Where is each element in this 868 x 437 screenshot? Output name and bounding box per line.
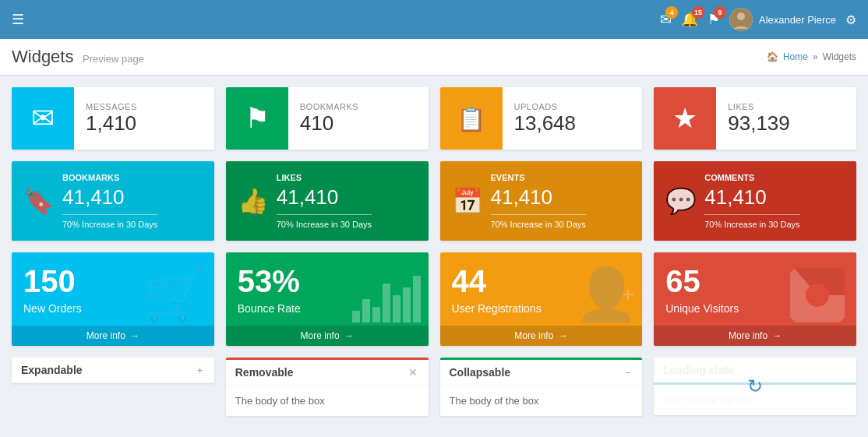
messages-nav-item[interactable]: ✉ 4	[660, 11, 672, 28]
pie-chart-bg	[790, 268, 845, 322]
navbar: ☰ ✉ 4 🔔 15 ⚑ 9 Alexander Pierce ⚙	[0, 0, 868, 39]
orders-more-info: More info	[86, 330, 125, 341]
collapsable-toggle-btn[interactable]: −	[623, 366, 633, 379]
small-box-comments: 💬 COMMENTS 41,410 70% Increase in 30 Day…	[654, 161, 856, 241]
bar-3	[372, 307, 380, 322]
bar-6	[403, 287, 411, 322]
events-prog-label: EVENTS	[491, 173, 586, 182]
messages-value: 1,410	[86, 111, 137, 136]
card-removable-header: Removable ✕	[226, 360, 429, 386]
likes-value: 93,139	[728, 111, 790, 136]
cart-icon-bg: 🛒	[143, 265, 206, 324]
removable-close-btn[interactable]: ✕	[407, 366, 419, 379]
card-expandable: Expandable +	[12, 358, 214, 383]
uploads-content: UPLOADS 13,648	[503, 87, 588, 150]
collapsable-tools: −	[623, 366, 633, 379]
user-menu[interactable]: Alexander Pierce	[729, 8, 836, 31]
small-box-events-text: EVENTS 41,410 70% Increase in 30 Days	[491, 173, 586, 229]
small-box-comments-text: COMMENTS 41,410 70% Increase in 30 Days	[704, 173, 799, 229]
flags-nav-item[interactable]: ⚑ 9	[707, 11, 720, 28]
small-box-likes: 👍 LIKES 41,410 70% Increase in 30 Days	[226, 161, 429, 241]
big-boxes-row: 150 New Orders 🛒 More info → 53% Bounce …	[12, 252, 856, 346]
avatar	[729, 8, 753, 31]
flags-badge: 9	[714, 6, 726, 19]
bookmarks-prog-sub: 70% Increase in 30 Days	[62, 220, 157, 229]
col-bookmarks-prog: 🔖 BOOKMARKS 41,410 70% Increase in 30 Da…	[12, 161, 214, 241]
likes-prog-label: LIKES	[277, 173, 372, 182]
user-name: Alexander Pierce	[759, 14, 836, 26]
info-box-uploads: 📋 UPLOADS 13,648	[440, 87, 643, 150]
expandable-title: Expandable	[21, 364, 83, 376]
removable-title: Removable	[235, 366, 294, 379]
small-box-events: 📅 EVENTS 41,410 70% Increase in 30 Days	[440, 161, 643, 241]
bookmarks-prog-value: 41,410	[62, 185, 157, 210]
small-box-bookmarks-inner: 🔖 BOOKMARKS 41,410 70% Increase in 30 Da…	[23, 173, 203, 229]
title-area: Widgets Preview page	[12, 47, 144, 67]
big-box-registrations: 44 User Registrations 👤 + More info →	[440, 252, 643, 346]
col-comments-prog: 💬 COMMENTS 41,410 70% Increase in 30 Day…	[654, 161, 856, 241]
thumbsup-icon-prog: 👍	[238, 186, 269, 216]
expandable-toggle-btn[interactable]: +	[196, 364, 205, 376]
col-registrations: 44 User Registrations 👤 + More info →	[440, 252, 643, 346]
arrow-icon: →	[130, 330, 139, 341]
loading-spinner-icon: ↻	[747, 375, 763, 397]
registrations-more-info: More info	[514, 330, 553, 341]
small-box-bookmarks: 🔖 BOOKMARKS 41,410 70% Increase in 30 Da…	[12, 161, 214, 241]
chat-icon-prog: 💬	[665, 186, 697, 216]
col-removable: Removable ✕ The body of the box	[226, 358, 429, 416]
col-likes-prog: 👍 LIKES 41,410 70% Increase in 30 Days	[226, 161, 429, 241]
registrations-footer[interactable]: More info →	[440, 326, 643, 346]
bar-5	[393, 295, 400, 322]
messages-icon-box: ✉	[12, 87, 74, 150]
col-orders: 150 New Orders 🛒 More info →	[12, 252, 214, 346]
bookmarks-label: BOOKMARKS	[300, 102, 358, 111]
hamburger-icon[interactable]: ☰	[12, 11, 24, 28]
bounce-footer[interactable]: More info →	[226, 326, 429, 346]
col-expandable: Expandable +	[12, 358, 214, 416]
upload-icon-large: 📋	[457, 105, 485, 132]
bookmarks-prog-label: BOOKMARKS	[62, 173, 157, 182]
small-box-comments-inner: 💬 COMMENTS 41,410 70% Increase in 30 Day…	[665, 173, 845, 229]
arrow-icon-reg: →	[558, 330, 567, 341]
uploads-label: UPLOADS	[514, 102, 577, 111]
page-title: Widgets	[12, 47, 73, 66]
uploads-value: 13,648	[514, 111, 577, 136]
info-box-likes: ★ LIKES 93,139	[654, 87, 856, 150]
col-uploads: 📋 UPLOADS 13,648	[440, 87, 643, 150]
uploads-icon-box: 📋	[440, 87, 503, 150]
bookmarks-value: 410	[300, 111, 358, 136]
progress-boxes-row: 🔖 BOOKMARKS 41,410 70% Increase in 30 Da…	[12, 161, 856, 241]
breadcrumb: 🏠 Home » Widgets	[767, 51, 856, 62]
small-box-events-inner: 📅 EVENTS 41,410 70% Increase in 30 Days	[452, 173, 631, 229]
notifications-nav-item[interactable]: 🔔 15	[681, 11, 698, 28]
likes-content: LIKES 93,139	[716, 87, 802, 150]
breadcrumb-home[interactable]: Home	[783, 51, 808, 62]
messages-content: MESSAGES 1,410	[74, 87, 149, 150]
orders-footer[interactable]: More info →	[12, 326, 214, 346]
collapsable-body: The body of the box	[440, 386, 643, 416]
card-collapsable-header: Collapsable −	[440, 360, 643, 386]
navbar-right: ✉ 4 🔔 15 ⚑ 9 Alexander Pierce ⚙	[660, 8, 856, 31]
visitors-footer[interactable]: More info →	[654, 326, 856, 346]
small-box-likes-inner: 👍 LIKES 41,410 70% Increase in 30 Days	[238, 173, 417, 229]
loading-overlay: ↻	[654, 358, 856, 415]
card-loading: Loading state The body of the box ↻	[654, 358, 856, 415]
small-box-likes-text: LIKES 41,410 70% Increase in 30 Days	[277, 173, 372, 229]
svg-point-1	[737, 12, 745, 20]
star-icon-large: ★	[672, 102, 697, 135]
info-boxes-row: ✉ MESSAGES 1,410 ⚑ BOOKMARKS 410	[12, 87, 856, 150]
settings-icon[interactable]: ⚙	[845, 12, 856, 27]
breadcrumb-separator: »	[813, 51, 818, 62]
arrow-icon-vis: →	[772, 330, 782, 341]
messages-label: MESSAGES	[86, 102, 137, 111]
big-box-bounce: 53% Bounce Rate More info →	[226, 252, 429, 346]
expandable-tools: +	[196, 364, 205, 376]
bar-7	[413, 276, 421, 322]
comments-prog-value: 41,410	[704, 185, 799, 210]
col-bounce: 53% Bounce Rate More info →	[226, 252, 429, 346]
card-boxes-row: Expandable + Removable ✕ The body of the…	[12, 358, 856, 416]
info-box-bookmarks: ⚑ BOOKMARKS 410	[226, 87, 429, 150]
big-box-visitors: 65 Unique Visitors More info →	[654, 252, 856, 346]
navbar-left: ☰	[12, 11, 24, 28]
card-collapsable: Collapsable − The body of the box	[440, 358, 643, 416]
